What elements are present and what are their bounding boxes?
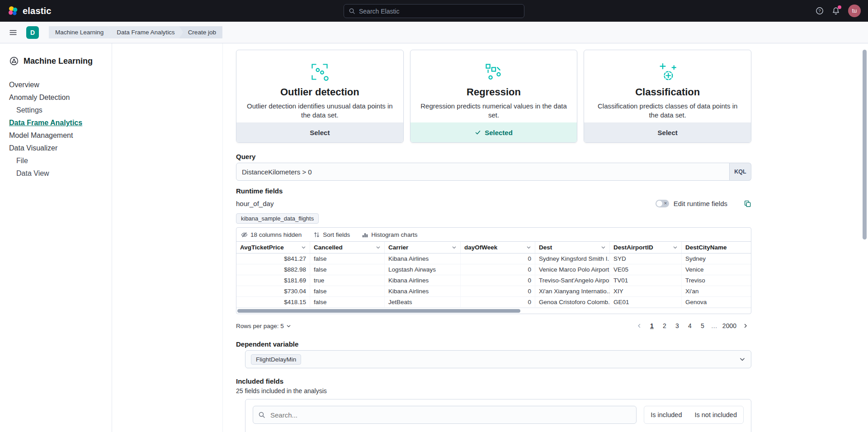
column-menu-chevron-icon[interactable]: [452, 245, 457, 250]
cell: Xi'an Xianyang Internatio...: [535, 286, 610, 296]
machine-learning-icon: [9, 56, 19, 66]
regression-icon: [410, 62, 577, 83]
cell: false: [310, 286, 385, 296]
column-menu-chevron-icon[interactable]: [673, 245, 678, 250]
cell: SYD: [610, 254, 682, 264]
query-input[interactable]: [236, 163, 730, 181]
sidebar-title: Machine Learning: [24, 56, 93, 66]
breadcrumb-create-job: Create job: [179, 26, 222, 38]
column-menu-chevron-icon[interactable]: [301, 245, 306, 250]
is-included-filter-button[interactable]: Is included: [644, 406, 688, 423]
cell: Treviso-Sant'Angelo Airport: [535, 275, 610, 286]
sidebar-item-anomaly-detection[interactable]: Anomaly Detection: [9, 91, 104, 104]
classification-card[interactable]: Classification Classification predicts c…: [584, 50, 751, 143]
regression-selected-button[interactable]: Selected: [410, 122, 577, 142]
sidebar-header: Machine Learning: [9, 56, 104, 66]
vertical-scrollbar-thumb[interactable]: [863, 50, 867, 239]
sidebar-item-data-frame-analytics[interactable]: Data Frame Analytics: [9, 117, 104, 129]
runtime-fields-label: Runtime fields: [236, 187, 751, 195]
space-badge[interactable]: D: [26, 26, 39, 39]
cell: Genoa Cristoforo Colomb...: [535, 297, 610, 307]
help-button[interactable]: ?: [816, 7, 824, 15]
help-icon: ?: [816, 7, 824, 15]
previous-page-button[interactable]: [633, 320, 645, 331]
page-button-4[interactable]: 4: [684, 320, 696, 331]
breadcrumb-data-frame-analytics[interactable]: Data Frame Analytics: [108, 26, 183, 38]
card-description: Regression predicts numerical values in …: [420, 102, 567, 120]
select-outlier-button[interactable]: Select: [236, 122, 403, 142]
histogram-icon: [362, 231, 368, 238]
vertical-scrollbar[interactable]: [863, 49, 867, 427]
job-type-cards: Outlier detection Outlier detection iden…: [236, 50, 751, 143]
edit-runtime-fields-label: Edit runtime fields: [674, 200, 727, 207]
global-search[interactable]: [344, 4, 524, 18]
cell: 0: [461, 297, 535, 307]
card-description: Classification predicts classes of data …: [594, 102, 741, 120]
eye-slash-icon: [241, 231, 248, 238]
is-not-included-filter-button[interactable]: Is not included: [688, 406, 743, 423]
grid-header-row: AvgTicketPrice Cancelled Carrier dayOfWe…: [236, 241, 751, 254]
cell: Venice: [682, 264, 751, 275]
copy-runtime-fields-button[interactable]: [744, 200, 751, 207]
table-row: $882.98 false Logstash Airways 0 Venice …: [236, 264, 751, 275]
column-menu-chevron-icon[interactable]: [376, 245, 381, 250]
card-title: Regression: [410, 86, 577, 98]
notifications-button[interactable]: [832, 7, 840, 15]
cell: Kibana Airlines: [385, 275, 461, 286]
sort-fields-button[interactable]: Sort fields: [313, 231, 350, 238]
page-button-5[interactable]: 5: [697, 320, 708, 331]
breadcrumb-machine-learning[interactable]: Machine Learning: [49, 26, 112, 38]
page-button-1[interactable]: 1: [646, 320, 658, 331]
histogram-charts-button[interactable]: Histogram charts: [362, 231, 417, 238]
kibana-create-job-page: elastic ? tu: [0, 0, 868, 432]
horizontal-scrollbar[interactable]: [236, 308, 751, 314]
page-button-2[interactable]: 2: [659, 320, 670, 331]
rows-per-page-button[interactable]: Rows per page: 5: [236, 323, 291, 329]
runtime-fields-row: hour_of_day ✕ Edit runtime fields: [236, 198, 751, 209]
elastic-logo[interactable]: elastic: [7, 5, 52, 17]
horizontal-scrollbar-thumb[interactable]: [237, 309, 520, 313]
sidebar-item-overview[interactable]: Overview: [9, 79, 104, 91]
sort-icon: [313, 231, 320, 238]
columns-hidden-button[interactable]: 18 columns hidden: [241, 231, 302, 238]
page-button-last[interactable]: 2000: [720, 320, 739, 331]
kql-language-button[interactable]: KQL: [730, 163, 751, 181]
fields-search-row: Is included Is not included: [253, 406, 744, 424]
cell: 0: [461, 275, 535, 286]
sort-fields-label: Sort fields: [323, 231, 350, 238]
avatar[interactable]: tu: [848, 5, 861, 17]
sidebar-item-model-management[interactable]: Model Management: [9, 129, 104, 142]
page-button-3[interactable]: 3: [671, 320, 683, 331]
pagination: 1 2 3 4 5 … 2000: [633, 320, 751, 331]
svg-text:?: ?: [818, 8, 821, 13]
select-label: Select: [658, 129, 678, 136]
cell: 0: [461, 254, 535, 264]
cell: 0: [461, 286, 535, 296]
regression-card[interactable]: Regression Regression predicts numerical…: [410, 50, 578, 143]
select-classification-button[interactable]: Select: [584, 122, 751, 142]
column-menu-chevron-icon[interactable]: [601, 245, 606, 250]
column-menu-chevron-icon[interactable]: [526, 245, 531, 250]
column-header: dayOfWeek: [464, 244, 497, 251]
check-icon: [475, 129, 481, 136]
header-actions: ? tu: [816, 5, 861, 17]
sidebar-item-data-view[interactable]: Data View: [16, 167, 104, 180]
next-page-button[interactable]: [740, 320, 751, 331]
dependent-variable-select[interactable]: FlightDelayMin: [245, 350, 751, 368]
sidebar-item-data-visualizer[interactable]: Data Visualizer: [9, 142, 104, 155]
sidebar-item-file[interactable]: File: [16, 155, 104, 167]
global-header: elastic ? tu: [0, 0, 868, 22]
sidebar-item-settings[interactable]: Settings: [16, 104, 104, 117]
breadcrumb-bar: D Machine Learning Data Frame Analytics …: [0, 22, 868, 43]
elastic-logo-icon: [7, 5, 19, 17]
column-header: Carrier: [388, 244, 408, 251]
global-search-input[interactable]: [359, 8, 519, 15]
fields-search-input[interactable]: [253, 406, 637, 424]
outlier-detection-card[interactable]: Outlier detection Outlier detection iden…: [236, 50, 404, 143]
cell: XIY: [610, 286, 682, 296]
search-icon: [258, 411, 265, 418]
selected-label: Selected: [485, 129, 513, 136]
cell: false: [310, 254, 385, 264]
edit-runtime-fields-toggle[interactable]: ✕: [656, 200, 669, 207]
menu-button[interactable]: [5, 25, 21, 40]
